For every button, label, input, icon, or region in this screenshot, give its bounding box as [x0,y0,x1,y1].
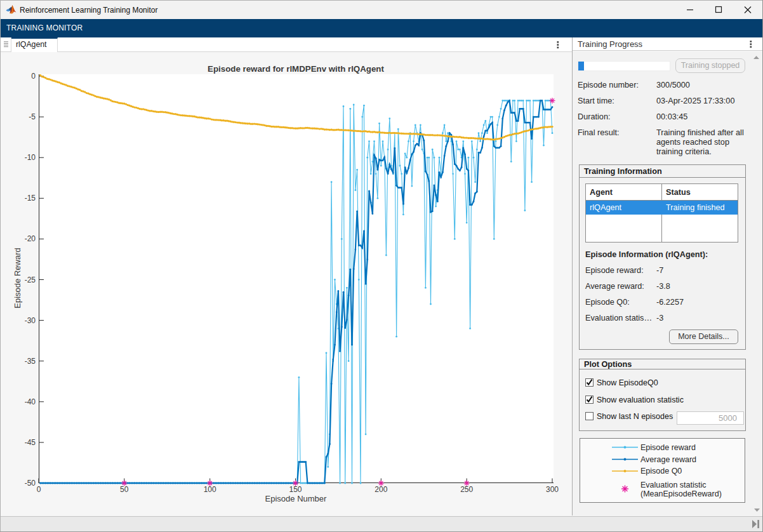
svg-text:150: 150 [289,485,302,494]
svg-text:Episode reward: Episode reward [640,443,696,452]
svg-text:Episode reward for rlMDPEnv wi: Episode reward for rlMDPEnv with rlQAgen… [208,64,384,74]
svg-text:(MeanEpisodeReward): (MeanEpisodeReward) [640,489,722,498]
svg-text:-50: -50 [25,479,36,488]
svg-text:-30: -30 [25,316,36,325]
svg-text:300: 300 [546,485,559,494]
svg-text:-5: -5 [29,112,36,121]
svg-text:-45: -45 [25,438,36,447]
svg-text:-25: -25 [25,276,36,284]
svg-text:-40: -40 [25,397,36,406]
svg-text:-20: -20 [25,234,36,243]
svg-text:Episode Reward: Episode Reward [13,248,22,308]
svg-text:0: 0 [31,72,36,81]
svg-text:250: 250 [460,485,473,494]
svg-text:200: 200 [375,485,387,494]
svg-text:100: 100 [204,485,216,494]
svg-text:-10: -10 [25,153,36,162]
svg-text:0: 0 [37,485,41,494]
svg-text:Episode Number: Episode Number [265,494,327,503]
svg-text:Episode Q0: Episode Q0 [640,467,682,475]
svg-text:-15: -15 [25,194,36,203]
svg-text:Evaluation statistic: Evaluation statistic [640,481,707,489]
svg-text:Average reward: Average reward [640,455,696,464]
svg-text:50: 50 [120,485,129,494]
svg-text:-35: -35 [25,357,36,366]
